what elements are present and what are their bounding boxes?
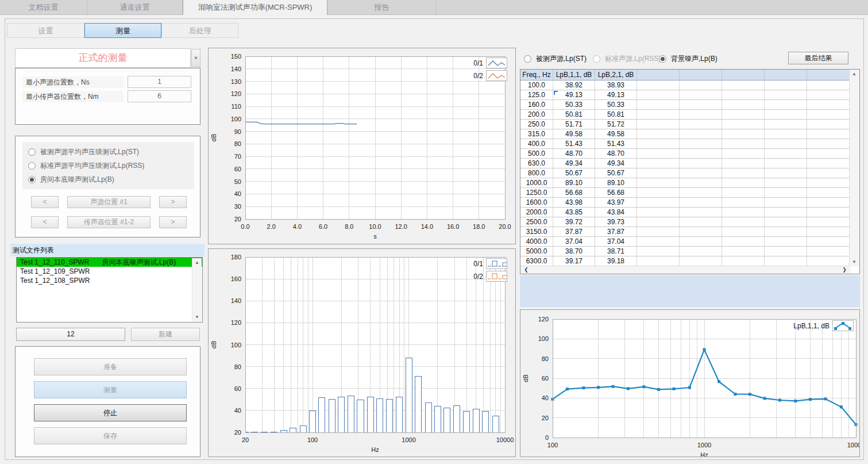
value-cell[interactable]: 43.85 [553,208,595,217]
value-cell[interactable] [807,129,851,139]
freq-cell[interactable]: 4000.0 [520,237,553,247]
value-cell[interactable]: 37.04 [595,237,637,247]
value-cell[interactable]: 89.10 [553,178,595,188]
freq-cell[interactable]: 125.0 [520,90,553,100]
value-cell[interactable]: 50.81 [595,110,637,120]
measure-button[interactable]: 测量 [34,381,187,398]
value-cell[interactable]: 50.67 [553,168,595,178]
value-cell[interactable] [722,227,765,237]
freq-cell[interactable]: 630.0 [520,159,553,168]
freq-cell[interactable]: 500.0 [520,149,553,159]
save-button[interactable]: 保存 [34,427,187,444]
value-cell[interactable]: 51.71 [553,120,595,129]
stop-button[interactable]: 停止 [34,404,187,421]
freq-cell[interactable]: 315.0 [520,129,553,139]
list-item[interactable]: Test 1_12_108_SPWR [17,276,202,285]
value-cell[interactable]: 56.68 [595,188,637,198]
value-cell[interactable] [637,129,680,139]
value-cell[interactable] [637,139,680,149]
subtab-postprocess[interactable]: 后处理 [161,23,238,38]
value-cell[interactable] [807,120,851,129]
value-cell[interactable] [765,208,807,217]
value-cell[interactable] [722,247,765,256]
value-cell[interactable] [680,188,722,198]
value-cell[interactable]: 39.18 [595,256,637,266]
value-cell[interactable] [807,159,851,168]
value-cell[interactable] [765,247,807,256]
mic-position-label-button[interactable]: 传声器位置 #1-2 [67,216,151,228]
value-cell[interactable] [722,110,765,120]
value-cell[interactable]: 37.87 [595,227,637,237]
value-cell[interactable] [637,168,680,178]
result-radio-lp-b[interactable]: 背景噪声,Lp(B) [659,53,717,64]
value-cell[interactable] [807,217,851,227]
scroll-left-icon[interactable]: ❮ [522,266,531,274]
freq-cell[interactable]: 400.0 [520,139,553,149]
value-cell[interactable] [807,80,851,90]
value-cell[interactable]: 37.87 [553,227,595,237]
value-cell[interactable]: 50.67 [595,168,637,178]
value-cell[interactable] [722,120,765,129]
value-cell[interactable] [637,149,680,159]
value-cell[interactable] [637,90,680,100]
value-cell[interactable] [722,90,765,100]
value-cell[interactable] [765,149,807,159]
table-header-cell[interactable]: Freq., Hz [520,70,553,80]
value-cell[interactable]: 48.70 [553,149,595,159]
value-cell[interactable] [807,237,851,247]
value-cell[interactable] [807,198,851,208]
value-cell[interactable] [807,178,851,188]
value-cell[interactable] [765,198,807,208]
value-cell[interactable] [680,256,722,266]
scroll-up-icon[interactable]: ▲ [192,258,202,267]
subtab-settings[interactable]: 设置 [7,23,84,38]
value-cell[interactable] [807,90,851,100]
value-cell[interactable]: 38.71 [595,247,637,256]
test-type-radio-lp-rss[interactable]: 标准声源平均声压级测试,Lp(RSS) [28,160,144,171]
value-cell[interactable]: 43.97 [595,198,637,208]
value-cell[interactable]: 50.81 [553,110,595,120]
table-header-cell[interactable]: LpB,2,1, dB [595,70,637,80]
value-cell[interactable] [807,100,851,110]
freq-cell[interactable]: 250.0 [520,120,553,129]
value-cell[interactable]: 49.58 [553,129,595,139]
measurement-mode-combo[interactable]: 正式的测量 [15,48,191,68]
value-cell[interactable]: 38.93 [595,80,637,90]
value-cell[interactable]: 43.84 [595,208,637,217]
value-cell[interactable] [765,80,807,90]
value-cell[interactable]: 51.43 [553,139,595,149]
value-cell[interactable] [807,188,851,198]
value-cell[interactable] [807,208,851,217]
value-cell[interactable] [807,256,851,266]
value-cell[interactable] [765,139,807,149]
value-cell[interactable] [680,110,722,120]
value-cell[interactable] [680,90,722,100]
list-item[interactable]: Test 1_12_110_SPWR房间本底噪声测试,Lp(B) [17,258,202,267]
param-value-field[interactable]: 6 [128,90,191,102]
freq-cell[interactable]: 2500.0 [520,217,553,227]
value-cell[interactable]: 39.73 [595,217,637,227]
test-type-radio-lp-b[interactable]: 房间本底噪声测试,Lp(B) [28,174,114,185]
value-cell[interactable] [637,217,680,227]
scroll-right-icon[interactable]: ❯ [840,266,849,274]
list-item[interactable]: Test 1_12_109_SPWR [17,267,202,276]
value-cell[interactable]: 56.68 [553,188,595,198]
last-result-button[interactable]: 最后结果 [788,52,848,64]
value-cell[interactable] [765,256,807,266]
value-cell[interactable]: 51.43 [595,139,637,149]
value-cell[interactable]: 51.72 [595,120,637,129]
value-cell[interactable] [722,149,765,159]
freq-cell[interactable]: 200.0 [520,110,553,120]
freq-cell[interactable]: 160.0 [520,100,553,110]
value-cell[interactable] [637,110,680,120]
result-radio-lp-st[interactable]: 被测声源,Lp(ST) [524,53,587,64]
source-position-prev-button[interactable]: < [31,196,59,208]
tab-report[interactable]: 报告 [327,0,437,14]
value-cell[interactable] [722,168,765,178]
value-cell[interactable] [765,227,807,237]
value-cell[interactable] [722,129,765,139]
new-file-button[interactable]: 新建 [131,328,200,341]
value-cell[interactable] [765,237,807,247]
value-cell[interactable] [680,139,722,149]
value-cell[interactable] [722,100,765,110]
